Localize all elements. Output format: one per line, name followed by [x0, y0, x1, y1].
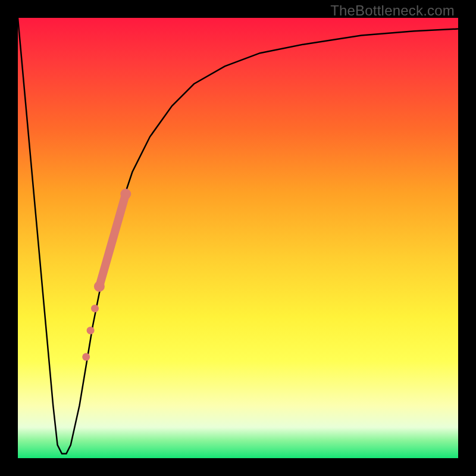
- curve-svg: [18, 18, 458, 458]
- chart-frame: TheBottleneck.com: [0, 0, 476, 476]
- bottleneck-curve: [18, 18, 458, 454]
- highlight-bar: [99, 194, 126, 286]
- highlight-dot: [82, 353, 90, 361]
- highlight-end-dot: [120, 189, 131, 199]
- watermark-text: TheBottleneck.com: [330, 2, 455, 19]
- highlight-group: [82, 189, 131, 361]
- highlight-dot: [87, 327, 95, 334]
- plot-area: [18, 18, 458, 458]
- highlight-dot: [91, 305, 99, 312]
- highlight-end-dot: [94, 281, 105, 292]
